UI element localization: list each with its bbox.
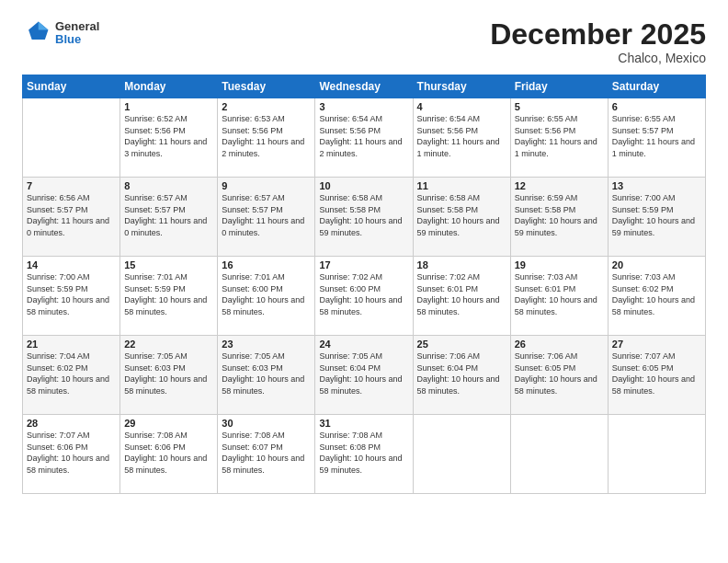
calendar-cell: 12Sunrise: 6:59 AMSunset: 5:58 PMDayligh… [510, 178, 608, 257]
day-info-line: Daylight: 11 hours and 3 minutes. [124, 137, 207, 158]
calendar-cell: 18Sunrise: 7:02 AMSunset: 6:01 PMDayligh… [413, 257, 510, 336]
day-detail: Sunrise: 7:03 AMSunset: 6:01 PMDaylight:… [515, 271, 604, 317]
logo-text: General Blue [55, 20, 99, 47]
day-info-line: Sunset: 6:05 PM [515, 363, 576, 373]
day-info-line: Sunrise: 7:01 AM [222, 272, 285, 282]
calendar-cell: 27Sunrise: 7:07 AMSunset: 6:05 PMDayligh… [608, 336, 705, 415]
calendar-cell: 9Sunrise: 6:57 AMSunset: 5:57 PMDaylight… [218, 178, 315, 257]
calendar-cell: 20Sunrise: 7:03 AMSunset: 6:02 PMDayligh… [608, 257, 705, 336]
day-info-line: Sunrise: 6:57 AM [222, 193, 285, 202]
day-info-line: Sunrise: 7:00 AM [27, 272, 90, 282]
calendar-cell [23, 98, 120, 178]
day-info-line: Sunrise: 6:59 AM [515, 193, 578, 202]
day-info-line: Sunrise: 6:55 AM [612, 114, 676, 123]
day-info-line: Sunrise: 7:05 AM [319, 351, 382, 361]
day-info-line: Daylight: 10 hours and 59 minutes. [515, 216, 597, 237]
day-info-line: Daylight: 10 hours and 59 minutes. [319, 216, 402, 237]
day-info-line: Sunrise: 7:07 AM [27, 431, 90, 440]
day-info-line: Daylight: 10 hours and 58 minutes. [124, 454, 207, 475]
day-info-line: Sunset: 6:06 PM [124, 442, 186, 452]
day-number: 24 [319, 339, 408, 350]
day-number: 13 [612, 180, 701, 191]
day-number: 10 [319, 180, 408, 191]
day-number: 9 [222, 180, 311, 191]
day-detail: Sunrise: 7:08 AMSunset: 6:08 PMDaylight:… [319, 430, 408, 476]
weekday-header-row: SundayMondayTuesdayWednesdayThursdayFrid… [23, 75, 706, 98]
day-info-line: Sunset: 6:00 PM [319, 284, 381, 293]
day-number: 27 [612, 339, 701, 350]
day-number: 7 [27, 180, 116, 191]
day-info-line: Daylight: 10 hours and 59 minutes. [319, 454, 402, 475]
day-info-line: Sunrise: 7:04 AM [27, 351, 90, 361]
day-number: 8 [124, 180, 213, 191]
day-number: 6 [612, 101, 701, 112]
day-info-line: Sunset: 5:56 PM [515, 126, 576, 135]
day-info-line: Sunset: 6:06 PM [27, 442, 88, 452]
calendar-cell: 2Sunrise: 6:53 AMSunset: 5:56 PMDaylight… [218, 98, 315, 178]
day-detail: Sunrise: 6:52 AMSunset: 5:56 PMDaylight:… [124, 113, 213, 159]
day-info-line: Sunset: 6:02 PM [612, 284, 674, 293]
header: General Blue December 2025 Chalco, Mexic… [22, 18, 706, 65]
calendar-cell: 10Sunrise: 6:58 AMSunset: 5:58 PMDayligh… [315, 178, 413, 257]
day-info-line: Daylight: 11 hours and 2 minutes. [222, 137, 304, 158]
day-info-line: Sunrise: 7:08 AM [319, 431, 382, 440]
day-info-line: Sunset: 6:01 PM [515, 284, 576, 293]
day-info-line: Sunrise: 7:06 AM [515, 351, 578, 361]
day-info-line: Daylight: 10 hours and 58 minutes. [319, 374, 402, 396]
day-info-line: Sunset: 5:56 PM [319, 126, 381, 135]
day-number: 28 [27, 418, 116, 429]
calendar-cell: 23Sunrise: 7:05 AMSunset: 6:03 PMDayligh… [218, 336, 315, 415]
day-info-line: Sunrise: 6:56 AM [27, 193, 90, 202]
day-detail: Sunrise: 6:57 AMSunset: 5:57 PMDaylight:… [124, 192, 213, 238]
day-detail: Sunrise: 6:53 AMSunset: 5:56 PMDaylight:… [222, 113, 311, 159]
day-info-line: Sunrise: 6:55 AM [515, 114, 578, 123]
day-info-line: Sunrise: 7:08 AM [222, 431, 285, 440]
day-detail: Sunrise: 7:07 AMSunset: 6:06 PMDaylight:… [27, 430, 116, 476]
day-info-line: Sunset: 6:07 PM [222, 442, 283, 452]
day-number: 16 [222, 259, 311, 270]
day-number: 1 [124, 101, 213, 112]
calendar-cell: 13Sunrise: 7:00 AMSunset: 5:59 PMDayligh… [608, 178, 705, 257]
day-number: 25 [417, 339, 506, 350]
day-info-line: Sunrise: 6:54 AM [319, 114, 382, 123]
calendar-cell: 11Sunrise: 6:58 AMSunset: 5:58 PMDayligh… [413, 178, 510, 257]
day-info-line: Sunset: 6:01 PM [417, 284, 479, 293]
calendar-cell: 21Sunrise: 7:04 AMSunset: 6:02 PMDayligh… [23, 336, 120, 415]
day-number: 12 [515, 180, 604, 191]
day-detail: Sunrise: 7:02 AMSunset: 6:00 PMDaylight:… [319, 271, 408, 317]
calendar: SundayMondayTuesdayWednesdayThursdayFrid… [22, 75, 706, 494]
day-info-line: Daylight: 10 hours and 58 minutes. [27, 374, 109, 396]
calendar-cell: 31Sunrise: 7:08 AMSunset: 6:08 PMDayligh… [315, 415, 413, 494]
calendar-cell: 3Sunrise: 6:54 AMSunset: 5:56 PMDaylight… [315, 98, 413, 178]
day-detail: Sunrise: 6:58 AMSunset: 5:58 PMDaylight:… [417, 192, 506, 238]
day-number: 15 [124, 259, 213, 270]
weekday-header-friday: Friday [510, 75, 608, 98]
calendar-cell: 1Sunrise: 6:52 AMSunset: 5:56 PMDaylight… [120, 98, 218, 178]
day-number: 26 [515, 339, 604, 350]
day-info-line: Sunset: 5:58 PM [319, 205, 381, 214]
day-info-line: Daylight: 10 hours and 58 minutes. [124, 374, 207, 396]
day-info-line: Sunset: 5:57 PM [27, 205, 88, 214]
day-number: 30 [222, 418, 311, 429]
calendar-cell: 8Sunrise: 6:57 AMSunset: 5:57 PMDaylight… [120, 178, 218, 257]
day-info-line: Sunrise: 7:02 AM [417, 272, 481, 282]
day-detail: Sunrise: 6:55 AMSunset: 5:57 PMDaylight:… [612, 113, 701, 159]
calendar-cell [413, 415, 510, 494]
calendar-cell: 17Sunrise: 7:02 AMSunset: 6:00 PMDayligh… [315, 257, 413, 336]
calendar-cell: 7Sunrise: 6:56 AMSunset: 5:57 PMDaylight… [23, 178, 120, 257]
day-number: 21 [27, 339, 116, 350]
day-info-line: Daylight: 10 hours and 58 minutes. [222, 295, 304, 316]
day-info-line: Sunset: 5:56 PM [124, 126, 186, 135]
day-info-line: Sunrise: 7:00 AM [612, 193, 676, 202]
day-info-line: Sunset: 5:58 PM [515, 205, 576, 214]
month-title: December 2025 [490, 18, 706, 51]
day-detail: Sunrise: 7:08 AMSunset: 6:06 PMDaylight:… [124, 430, 213, 476]
calendar-cell: 26Sunrise: 7:06 AMSunset: 6:05 PMDayligh… [510, 336, 608, 415]
calendar-cell: 5Sunrise: 6:55 AMSunset: 5:56 PMDaylight… [510, 98, 608, 178]
day-number: 29 [124, 418, 213, 429]
logo-icon [22, 18, 51, 48]
location: Chalco, Mexico [490, 51, 706, 65]
day-number: 23 [222, 339, 311, 350]
calendar-cell: 29Sunrise: 7:08 AMSunset: 6:06 PMDayligh… [120, 415, 218, 494]
svg-marker-1 [39, 22, 49, 30]
